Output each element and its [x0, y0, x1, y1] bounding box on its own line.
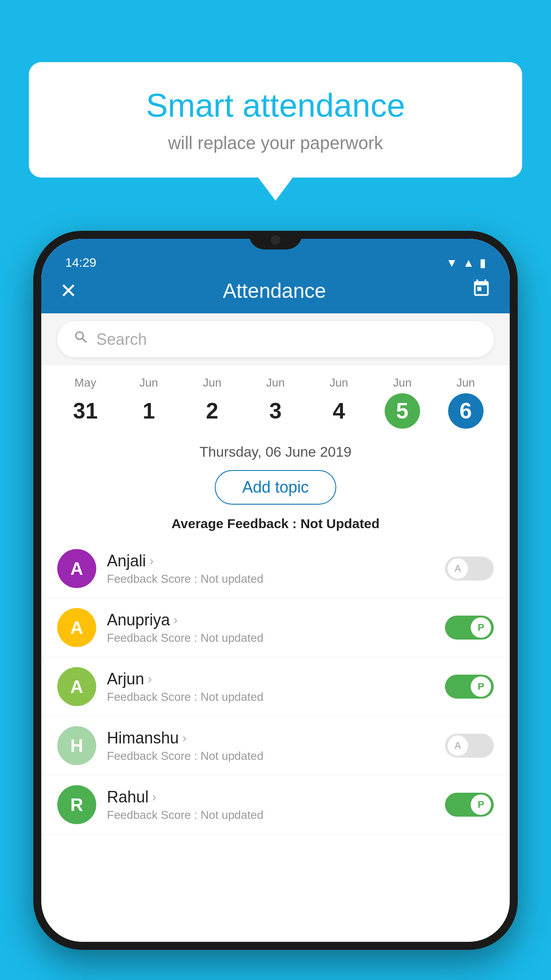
student-name: Himanshu ›: [107, 729, 434, 747]
student-name: Anjali ›: [107, 552, 434, 570]
attendance-toggle-container[interactable]: P: [445, 675, 494, 699]
avatar: A: [57, 608, 96, 647]
student-row[interactable]: AArjun ›Feedback Score : Not updatedP: [41, 657, 510, 716]
calendar-date-number: 6: [448, 393, 484, 429]
chevron-right-icon: ›: [150, 554, 153, 568]
wifi-icon: ▼: [446, 256, 458, 270]
chevron-right-icon: ›: [173, 613, 177, 627]
calendar-day[interactable]: Jun5: [370, 376, 434, 429]
attendance-toggle-container[interactable]: P: [445, 793, 494, 817]
search-input[interactable]: Search: [96, 330, 147, 349]
student-name: Anupriya ›: [107, 611, 434, 629]
toggle-thumb: P: [471, 676, 491, 697]
calendar-month-label: Jun: [307, 376, 370, 390]
student-name: Rahul ›: [107, 788, 434, 806]
notch: [249, 231, 302, 249]
avatar: A: [57, 549, 96, 588]
attendance-toggle[interactable]: P: [445, 616, 494, 640]
status-bar: 14:29 ▼ ▲ ▮: [49, 247, 502, 279]
avatar: H: [57, 726, 96, 765]
camera-dot: [271, 235, 280, 245]
calendar-date-number: 1: [131, 393, 166, 429]
student-feedback: Feedback Score : Not updated: [107, 749, 434, 763]
calendar-date-number: 4: [321, 393, 357, 429]
close-button[interactable]: ✕: [60, 279, 77, 303]
student-list: AAnjali ›Feedback Score : Not updatedAAA…: [41, 539, 510, 834]
calendar-date-number: 3: [258, 393, 293, 429]
chevron-right-icon: ›: [152, 790, 156, 804]
student-row[interactable]: RRahul ›Feedback Score : Not updatedP: [41, 775, 510, 834]
calendar-icon[interactable]: [472, 279, 491, 303]
calendar-day[interactable]: Jun6: [434, 376, 497, 429]
signal-icon: ▲: [463, 256, 474, 270]
student-feedback: Feedback Score : Not updated: [107, 690, 434, 704]
calendar-day[interactable]: Jun4: [307, 376, 370, 429]
student-row[interactable]: AAnupriya ›Feedback Score : Not updatedP: [41, 598, 510, 657]
bubble-title: Smart attendance: [55, 87, 496, 124]
phone: 14:29 ▼ ▲ ▮ ✕ Attendance: [33, 231, 518, 950]
calendar-day[interactable]: Jun3: [244, 376, 307, 429]
speech-bubble: Smart attendance will replace your paper…: [29, 62, 522, 178]
calendar-date-number: 31: [67, 393, 103, 429]
attendance-toggle[interactable]: P: [445, 675, 494, 699]
add-topic-container: Add topic: [41, 466, 510, 513]
selected-date-label: Thursday, 06 June 2019: [41, 436, 510, 466]
calendar-date-number: 5: [385, 393, 420, 429]
battery-icon: ▮: [480, 256, 486, 270]
toggle-thumb: A: [448, 558, 468, 579]
student-feedback: Feedback Score : Not updated: [107, 631, 434, 645]
search-icon: [73, 329, 89, 349]
status-time: 14:29: [65, 256, 96, 270]
student-feedback: Feedback Score : Not updated: [107, 808, 434, 822]
calendar-month-label: Jun: [434, 376, 497, 390]
attendance-toggle-container[interactable]: A: [445, 557, 494, 581]
student-info: Anjali ›Feedback Score : Not updated: [107, 552, 434, 586]
calendar-date-number: 2: [194, 393, 230, 429]
calendar-strip: May31Jun1Jun2Jun3Jun4Jun5Jun6: [41, 365, 510, 436]
student-info: Himanshu ›Feedback Score : Not updated: [107, 729, 434, 763]
attendance-toggle[interactable]: P: [445, 793, 494, 817]
search-bar[interactable]: Search: [57, 321, 494, 357]
average-feedback: Average Feedback : Not Updated: [41, 513, 510, 539]
calendar-month-label: Jun: [244, 376, 307, 390]
speech-bubble-container: Smart attendance will replace your paper…: [29, 62, 522, 178]
chevron-right-icon: ›: [182, 731, 186, 745]
avg-feedback-label: Average Feedback :: [171, 516, 300, 531]
calendar-month-label: Jun: [181, 376, 244, 390]
search-container: Search: [41, 313, 510, 365]
attendance-toggle-container[interactable]: A: [445, 734, 494, 758]
add-topic-button[interactable]: Add topic: [215, 470, 336, 505]
student-feedback: Feedback Score : Not updated: [107, 572, 434, 586]
calendar-month-label: May: [54, 376, 117, 390]
avatar: A: [57, 667, 96, 706]
calendar-month-label: Jun: [117, 376, 181, 390]
attendance-toggle-container[interactable]: P: [445, 616, 494, 640]
bubble-subtitle: will replace your paperwork: [55, 133, 496, 153]
student-row[interactable]: AAnjali ›Feedback Score : Not updatedA: [41, 539, 510, 598]
calendar-day[interactable]: Jun2: [181, 376, 244, 429]
attendance-toggle[interactable]: A: [445, 557, 494, 581]
student-info: Arjun ›Feedback Score : Not updated: [107, 670, 434, 704]
attendance-toggle[interactable]: A: [445, 734, 494, 758]
toggle-thumb: P: [471, 617, 491, 638]
toggle-thumb: A: [448, 735, 468, 756]
avg-feedback-value: Not Updated: [300, 516, 379, 531]
student-info: Anupriya ›Feedback Score : Not updated: [107, 611, 434, 645]
calendar-day[interactable]: May31: [54, 376, 117, 429]
student-name: Arjun ›: [107, 670, 434, 688]
student-row[interactable]: HHimanshu ›Feedback Score : Not updatedA: [41, 716, 510, 775]
phone-screen: 14:29 ▼ ▲ ▮ ✕ Attendance: [41, 239, 510, 942]
calendar-day[interactable]: Jun1: [117, 376, 181, 429]
student-info: Rahul ›Feedback Score : Not updated: [107, 788, 434, 822]
chevron-right-icon: ›: [148, 672, 152, 686]
status-icons: ▼ ▲ ▮: [446, 256, 486, 270]
toggle-thumb: P: [471, 794, 491, 815]
header-title: Attendance: [223, 279, 326, 303]
avatar: R: [57, 785, 96, 824]
calendar-month-label: Jun: [370, 376, 434, 390]
phone-wrapper: 14:29 ▼ ▲ ▮ ✕ Attendance: [33, 231, 518, 980]
